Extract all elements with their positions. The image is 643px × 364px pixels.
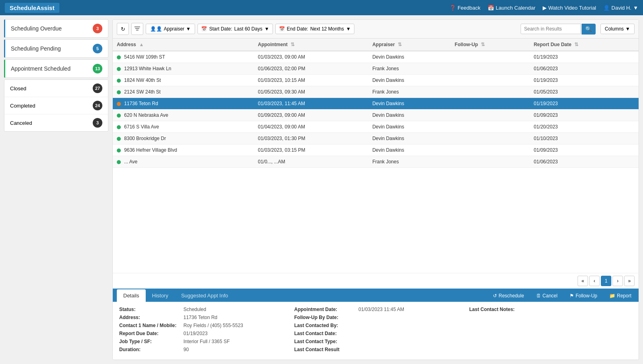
sidebar-closed-badge: 27 bbox=[93, 83, 102, 93]
cell-appraiser: Devin Dawkins bbox=[368, 133, 451, 144]
toolbar: ↻ 👤👤 Appraiser ▼ 📅 Start Date: Last 60 D… bbox=[113, 20, 639, 39]
cell-address: 6716 S Villa Ave bbox=[113, 121, 254, 133]
cell-appraiser: Devin Dawkins bbox=[368, 98, 451, 110]
cell-appraiser: Frank Jones bbox=[368, 86, 451, 98]
col-appointment[interactable]: Appointment ⇅ bbox=[254, 39, 368, 51]
brand-logo[interactable]: ScheduleAssist bbox=[5, 3, 59, 13]
detail-col-3: Last Contact Notes: bbox=[469, 307, 632, 355]
cell-appraiser: Frank Jones bbox=[368, 156, 451, 168]
table-row[interactable]: 1824 NW 40th St 01/03/2023, 10:15 AM Dev… bbox=[113, 75, 639, 86]
filter-button[interactable] bbox=[131, 23, 143, 35]
top-nav: ScheduleAssist ❓ Feedback 📅 Launch Calen… bbox=[0, 0, 643, 15]
table-row[interactable]: 5416 NW 109th ST 01/03/2023, 09:00 AM De… bbox=[113, 51, 639, 63]
cell-appraiser: Devin Dawkins bbox=[368, 110, 451, 121]
table-container: Address ▲ Appointment ⇅ Appraiser ⇅ bbox=[113, 39, 639, 273]
col-followup[interactable]: Follow-Up ⇅ bbox=[451, 39, 530, 51]
chevron-down-icon: ▼ bbox=[186, 26, 191, 32]
chevron-down-icon: ▼ bbox=[265, 26, 269, 32]
sidebar-item-completed[interactable]: Completed 24 bbox=[4, 97, 108, 114]
search-button[interactable]: 🔍 bbox=[582, 24, 596, 35]
appraiser-icon: 👤👤 bbox=[150, 26, 162, 32]
columns-dropdown[interactable]: Columns ▼ bbox=[600, 24, 635, 34]
cell-appointment: 01/03/2023, 11:45 AM bbox=[254, 98, 368, 110]
sidebar-item-scheduled[interactable]: Appointment Scheduled 13 bbox=[4, 59, 108, 78]
table-row[interactable]: 6716 S Villa Ave 01/04/2023, 09:00 AM De… bbox=[113, 121, 639, 133]
pagination-first[interactable]: « bbox=[578, 276, 588, 286]
detail-last-contacted-row: Last Contacted By: bbox=[294, 323, 457, 328]
cell-report-due: 01/05/2023 bbox=[530, 86, 639, 98]
report-icon: 📁 bbox=[609, 293, 615, 299]
detail-contact-row: Contact 1 Name / Mobile: Roy Fields / (4… bbox=[119, 323, 282, 328]
user-menu[interactable]: 👤 David H. ▼ bbox=[603, 5, 638, 11]
sidebar-item-canceled[interactable]: Canceled 3 bbox=[4, 114, 108, 131]
sort-icon: ⇅ bbox=[574, 42, 578, 47]
reschedule-button[interactable]: ↺ Reschedule bbox=[490, 291, 527, 300]
sidebar-pending-badge: 5 bbox=[93, 44, 102, 53]
cell-report-due: 01/06/2023 bbox=[530, 156, 639, 168]
sidebar-scheduled-badge: 13 bbox=[93, 64, 102, 73]
sort-icon: ▲ bbox=[139, 42, 144, 47]
search-box: 🔍 bbox=[521, 24, 596, 35]
sidebar-item-closed[interactable]: Closed 27 bbox=[4, 80, 108, 97]
pagination-last[interactable]: » bbox=[624, 276, 635, 286]
detail-content: Status: Scheduled Address: 11736 Teton R… bbox=[113, 302, 639, 360]
cell-followup bbox=[451, 51, 530, 63]
table-row[interactable]: ... Ave 01/0..., ...AM Frank Jones 01/06… bbox=[113, 156, 639, 168]
appraiser-dropdown[interactable]: 👤👤 Appraiser ▼ bbox=[146, 24, 195, 34]
cell-followup bbox=[451, 144, 530, 156]
followup-button[interactable]: ⚑ Follow-Up bbox=[566, 291, 600, 300]
main-layout: Scheduling Overdue 3 Scheduling Pending … bbox=[0, 15, 643, 364]
reschedule-icon: ↺ bbox=[493, 293, 497, 299]
cell-address: 5416 NW 109th ST bbox=[113, 51, 254, 63]
cell-address: ... Ave bbox=[113, 156, 254, 168]
sidebar-item-pending[interactable]: Scheduling Pending 5 bbox=[4, 39, 108, 58]
cell-followup bbox=[451, 75, 530, 86]
cell-appointment: 01/0..., ...AM bbox=[254, 156, 368, 168]
pagination-prev[interactable]: ‹ bbox=[589, 276, 600, 286]
sidebar-scheduled-label: Appointment Scheduled bbox=[11, 65, 71, 72]
user-icon: 👤 bbox=[603, 5, 610, 11]
col-appraiser[interactable]: Appraiser ⇅ bbox=[368, 39, 451, 51]
cancel-icon: 🗓 bbox=[536, 293, 541, 299]
table-row[interactable]: 620 N Nebraska Ave 01/09/2023, 09:00 AM … bbox=[113, 110, 639, 121]
table-row[interactable]: 11736 Teton Rd 01/03/2023, 11:45 AM Devi… bbox=[113, 98, 639, 110]
tab-history[interactable]: History bbox=[146, 289, 175, 302]
chevron-down-icon: ▼ bbox=[633, 5, 638, 11]
cell-address: 9636 Hefner Village Blvd bbox=[113, 144, 254, 156]
search-input[interactable] bbox=[521, 24, 581, 34]
sidebar-item-overdue[interactable]: Scheduling Overdue 3 bbox=[4, 19, 108, 38]
end-date-picker[interactable]: 📅 End Date: Next 12 Months ▼ bbox=[275, 24, 354, 34]
detail-address-row: Address: 11736 Teton Rd bbox=[119, 315, 282, 320]
sort-icon: ⇅ bbox=[291, 42, 295, 47]
detail-tabs: Details History Suggested Appt Info ↺ Re… bbox=[113, 289, 639, 302]
cell-address: 1824 NW 40th St bbox=[113, 75, 254, 86]
pagination-current[interactable]: 1 bbox=[601, 276, 611, 286]
report-button[interactable]: 📁 Report bbox=[606, 291, 635, 300]
table-row[interactable]: 2124 SW 24th St 01/05/2023, 09:30 AM Fra… bbox=[113, 86, 639, 98]
tab-suggested-appt[interactable]: Suggested Appt Info bbox=[175, 289, 234, 302]
cancel-button[interactable]: 🗓 Cancel bbox=[533, 291, 561, 300]
cell-address: 620 N Nebraska Ave bbox=[113, 110, 254, 121]
tab-details[interactable]: Details bbox=[117, 289, 146, 302]
cell-appraiser: Frank Jones bbox=[368, 63, 451, 75]
sidebar-completed-badge: 24 bbox=[93, 101, 102, 110]
table-row[interactable]: 8300 Brookridge Dr 01/03/2023, 01:30 PM … bbox=[113, 133, 639, 144]
launch-calendar-link[interactable]: 📅 Launch Calendar bbox=[488, 5, 535, 11]
sidebar: Scheduling Overdue 3 Scheduling Pending … bbox=[4, 19, 108, 360]
feedback-link[interactable]: ❓ Feedback bbox=[450, 5, 480, 11]
cell-report-due: 01/06/2023 bbox=[530, 63, 639, 75]
cell-report-due: 01/19/2023 bbox=[530, 98, 639, 110]
table-row[interactable]: 12913 White Hawk Ln 01/06/2023, 02:00 PM… bbox=[113, 63, 639, 75]
followup-icon: ⚑ bbox=[570, 293, 574, 299]
calendar-icon: 📅 bbox=[488, 5, 494, 11]
col-report-due[interactable]: Report Due Date ⇅ bbox=[530, 39, 639, 51]
start-date-picker[interactable]: 📅 Start Date: Last 60 Days ▼ bbox=[197, 24, 273, 34]
sidebar-pending-label: Scheduling Pending bbox=[11, 45, 61, 52]
pagination-next[interactable]: › bbox=[612, 276, 623, 286]
table-row[interactable]: 9636 Hefner Village Blvd 01/03/2023, 03:… bbox=[113, 144, 639, 156]
watch-video-link[interactable]: ▶ Watch Video Tutorial bbox=[543, 5, 596, 11]
refresh-button[interactable]: ↻ bbox=[117, 23, 129, 35]
col-address[interactable]: Address ▲ bbox=[113, 39, 254, 51]
calendar-icon: 📅 bbox=[201, 26, 207, 32]
cell-followup bbox=[451, 156, 530, 168]
